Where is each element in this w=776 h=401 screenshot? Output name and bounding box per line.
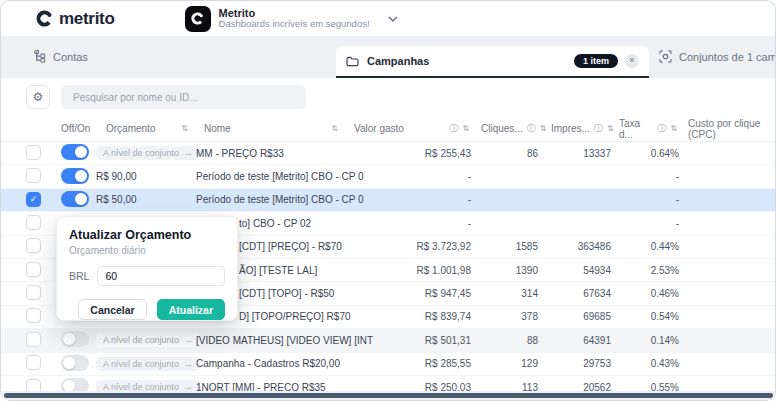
- sort-icon[interactable]: ⇅: [331, 124, 338, 133]
- row-checkbox[interactable]: [26, 262, 41, 277]
- budget-level-pill[interactable]: A nível de conjunto→: [96, 333, 200, 347]
- col-clicks: Cliques...: [481, 123, 523, 134]
- metrito-logo-icon: [36, 10, 53, 27]
- col-onoff: Off/On: [52, 123, 90, 134]
- clicks-value: 314: [471, 288, 538, 299]
- horizontal-scrollbar-thumb[interactable]: [4, 393, 773, 398]
- table-row: R$ 90,00Período de teste [Metrito] CBO -…: [1, 165, 776, 188]
- info-icon: ⓘ: [657, 122, 666, 135]
- campaign-name: [VIDEO MATHEUS] [VIDEO VIEW] [INT: [196, 335, 346, 346]
- workspace-tagline: Dashboards incríveis em segundos!: [219, 19, 370, 30]
- tab-contas-label: Contas: [53, 51, 88, 63]
- status-toggle[interactable]: [61, 331, 89, 347]
- modal-subtitle: Orçamento diário: [69, 245, 225, 256]
- workspace-avatar-icon: [185, 6, 211, 32]
- table-row: ✓R$ 50,00Período de teste [Metrito] CBO …: [1, 189, 776, 212]
- rate-value: -: [611, 218, 679, 229]
- spent-value: R$ 501,31: [346, 335, 471, 346]
- info-icon: ⓘ: [449, 122, 458, 135]
- tab-conjuntos[interactable]: Conjuntos de 1 campan: [659, 50, 776, 63]
- campaign-name: Período de teste [Metrito] CBO - CP 0: [196, 194, 346, 205]
- sort-icon[interactable]: ⇅: [670, 124, 677, 133]
- gear-icon[interactable]: ⚙: [26, 85, 50, 109]
- table-row: A nível de conjunto→[VIDEO MATHEUS] [VID…: [1, 329, 776, 352]
- spent-value: R$ 3.723,92: [346, 241, 471, 252]
- app-window: metrito Metrito Dashboards incríveis em …: [0, 0, 776, 401]
- status-toggle[interactable]: [61, 144, 89, 160]
- impressions-value: 67634: [538, 288, 611, 299]
- modal-title: Atualizar Orçamento: [69, 228, 225, 242]
- folder-icon: [346, 56, 359, 67]
- arrow-right-icon: →: [184, 359, 193, 369]
- spent-value: R$ 1.001,98: [346, 265, 471, 276]
- rate-value: 2.53%: [611, 265, 679, 276]
- tab-strip: Contas Campanhas 1 item × Conjuntos de 1…: [1, 37, 776, 78]
- budget-value[interactable]: R$ 50,00: [96, 194, 137, 205]
- clicks-value: 1585: [471, 241, 538, 252]
- impressions-value: 69685: [538, 311, 611, 322]
- col-rate: Taxa d...: [619, 118, 653, 140]
- row-checkbox[interactable]: ✓: [26, 192, 41, 207]
- budget-level-pill[interactable]: A nível de conjunto→: [96, 357, 200, 371]
- rate-value: -: [611, 171, 679, 182]
- col-budget: Orçamento: [106, 123, 155, 134]
- table-row: A nível de conjunto→MM - PREÇO R$33R$ 25…: [1, 142, 776, 165]
- row-checkbox[interactable]: [26, 355, 41, 370]
- row-checkbox[interactable]: [26, 145, 41, 160]
- clicks-value: 129: [471, 358, 538, 369]
- row-checkbox[interactable]: [26, 168, 41, 183]
- spent-value: -: [346, 194, 471, 205]
- chevron-down-icon[interactable]: [388, 16, 398, 22]
- search-input[interactable]: [61, 85, 306, 109]
- close-icon[interactable]: ×: [625, 54, 639, 68]
- status-toggle[interactable]: [61, 191, 89, 207]
- currency-label: BRL: [69, 270, 89, 282]
- status-toggle[interactable]: [61, 355, 89, 371]
- sort-icon[interactable]: ⇅: [462, 124, 469, 133]
- col-spent: Valor gasto: [354, 123, 404, 134]
- impressions-value: 64391: [538, 335, 611, 346]
- status-toggle[interactable]: [61, 168, 89, 184]
- cancel-button[interactable]: Cancelar: [78, 299, 146, 320]
- budget-level-pill[interactable]: A nível de conjunto→: [96, 146, 200, 160]
- info-icon: ⓘ: [527, 122, 536, 135]
- arrow-right-icon: →: [184, 148, 193, 158]
- row-checkbox[interactable]: [26, 238, 41, 253]
- accounts-hierarchy-icon: [33, 50, 46, 63]
- campaign-name: Campanha - Cadastros R$20,00: [196, 358, 346, 369]
- update-button[interactable]: Atualizar: [157, 299, 225, 320]
- arrow-right-icon: →: [184, 335, 193, 345]
- budget-value[interactable]: R$ 90,00: [96, 171, 137, 182]
- rate-value: -: [611, 194, 679, 205]
- impressions-value: 13337: [538, 148, 611, 159]
- workspace-selector[interactable]: Metrito Dashboards incríveis em segundos…: [185, 6, 398, 32]
- col-impressions: Impres...: [551, 123, 590, 134]
- rate-value: 0.46%: [611, 288, 679, 299]
- campaign-name: Período de teste [Metrito] CBO - CP 0: [196, 171, 346, 182]
- tab-contas[interactable]: Contas: [33, 50, 88, 63]
- sort-icon[interactable]: ⇅: [181, 124, 188, 133]
- info-icon: ⓘ: [594, 122, 603, 135]
- budget-amount-input[interactable]: [97, 266, 225, 286]
- items-count-badge: 1 item: [574, 54, 618, 68]
- tab-campanhas[interactable]: Campanhas 1 item ×: [336, 46, 649, 78]
- table-header: Off/On Orçamento ⇅ Nome ⇅ Valor gasto ⓘ⇅…: [1, 116, 776, 142]
- spent-value: R$ 255,43: [346, 148, 471, 159]
- rate-value: 0.64%: [611, 148, 679, 159]
- rate-value: 0.54%: [611, 311, 679, 322]
- table-row: A nível de conjunto→Campanha - Cadastros…: [1, 353, 776, 376]
- col-cpc: Custo por clique (CPC): [688, 118, 776, 140]
- row-checkbox[interactable]: [26, 285, 41, 300]
- row-checkbox[interactable]: [26, 308, 41, 323]
- row-checkbox[interactable]: [26, 332, 41, 347]
- update-budget-modal: Atualizar Orçamento Orçamento diário BRL…: [56, 216, 238, 321]
- top-bar: metrito Metrito Dashboards incríveis em …: [1, 1, 776, 37]
- brand-logo: metrito: [36, 9, 115, 29]
- clicks-value: 86: [471, 148, 538, 159]
- rate-value: 0.14%: [611, 335, 679, 346]
- tab-conjuntos-label: Conjuntos de 1 campan: [679, 51, 776, 63]
- spent-value: R$ 839,74: [346, 311, 471, 322]
- clicks-value: 1390: [471, 265, 538, 276]
- impressions-value: 29753: [538, 358, 611, 369]
- row-checkbox[interactable]: [26, 215, 41, 230]
